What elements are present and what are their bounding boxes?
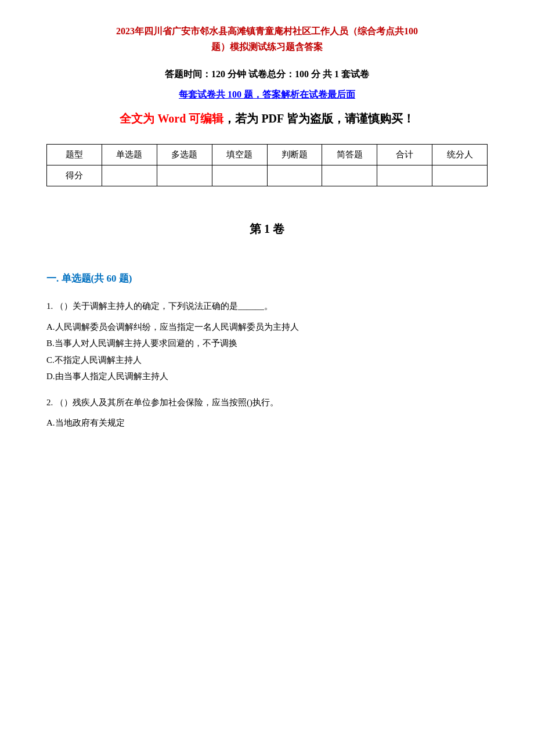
- q1-option-a: A.人民调解委员会调解纠纷，应当指定一名人民调解委员为主持人: [46, 319, 488, 336]
- score-tiankong: [212, 165, 267, 186]
- question-2-text: 2. （）残疾人及其所在单位参加社会保险，应当按照()执行。: [46, 395, 488, 411]
- word-notice-part1: 全文为 Word 可编辑: [120, 112, 223, 125]
- question-1-options: A.人民调解委员会调解纠纷，应当指定一名人民调解委员为主持人 B.当事人对人民调…: [46, 319, 488, 385]
- question-2-options: A.当地政府有关规定: [46, 415, 488, 431]
- col-heji: 合计: [377, 145, 432, 165]
- col-panduan: 判断题: [267, 145, 322, 165]
- q2-option-a: A.当地政府有关规定: [46, 415, 488, 431]
- score-heji: [377, 165, 432, 186]
- col-duoxuan: 多选题: [157, 145, 212, 165]
- question-1: 1. （）关于调解主持人的确定，下列说法正确的是______。 A.人民调解委员…: [46, 299, 488, 385]
- score-jianda: [322, 165, 377, 186]
- col-jianda: 简答题: [322, 145, 377, 165]
- col-danxuan: 单选题: [102, 145, 157, 165]
- q1-option-c: C.不指定人民调解主持人: [46, 352, 488, 369]
- question-1-body: （）关于调解主持人的确定，下列说法正确的是______。: [55, 301, 273, 311]
- row-defen-label: 得分: [47, 165, 102, 186]
- q1-option-d: D.由当事人指定人民调解主持人: [46, 368, 488, 385]
- score-panduan: [267, 165, 322, 186]
- score-table-header-row: 题型 单选题 多选题 填空题 判断题 简答题 合计 统分人: [47, 145, 488, 165]
- word-notice: 全文为 Word 可编辑，若为 PDF 皆为盗版，请谨慎购买！: [46, 109, 488, 128]
- question-1-number: 1.: [46, 301, 53, 311]
- page-title: 2023年四川省广安市邻水县高滩镇青童庵村社区工作人员（综合考点共100 题）模…: [46, 23, 488, 55]
- exam-info: 答题时间：120 分钟 试卷总分：100 分 共 1 套试卷: [46, 69, 488, 81]
- question-1-text: 1. （）关于调解主持人的确定，下列说法正确的是______。: [46, 299, 488, 314]
- word-notice-part2: ，若为 PDF 皆为盗版，请谨慎购买！: [223, 112, 414, 125]
- section-title: 一. 单选题(共 60 题): [46, 272, 488, 285]
- col-tiankong: 填空题: [212, 145, 267, 165]
- score-table: 题型 单选题 多选题 填空题 判断题 简答题 合计 统分人 得分: [46, 144, 488, 186]
- col-tongfen: 统分人: [432, 145, 488, 165]
- title-line1: 2023年四川省广安市邻水县高滩镇青童庵村社区工作人员（综合考点共100: [116, 26, 418, 36]
- score-tongfen: [432, 165, 488, 186]
- q1-option-b: B.当事人对人民调解主持人要求回避的，不予调换: [46, 335, 488, 352]
- col-tixing: 题型: [47, 145, 102, 165]
- question-2-number: 2.: [46, 398, 53, 407]
- volume-label: 第 1 卷: [46, 221, 488, 237]
- score-danxuan: [102, 165, 157, 186]
- exam-notice: 每套试卷共 100 题，答案解析在试卷最后面: [46, 89, 488, 101]
- score-table-data-row: 得分: [47, 165, 488, 186]
- score-duoxuan: [157, 165, 212, 186]
- title-line2: 题）模拟测试练习题含答案: [211, 42, 323, 52]
- question-2: 2. （）残疾人及其所在单位参加社会保险，应当按照()执行。 A.当地政府有关规…: [46, 395, 488, 431]
- question-2-body: （）残疾人及其所在单位参加社会保险，应当按照()执行。: [55, 398, 279, 407]
